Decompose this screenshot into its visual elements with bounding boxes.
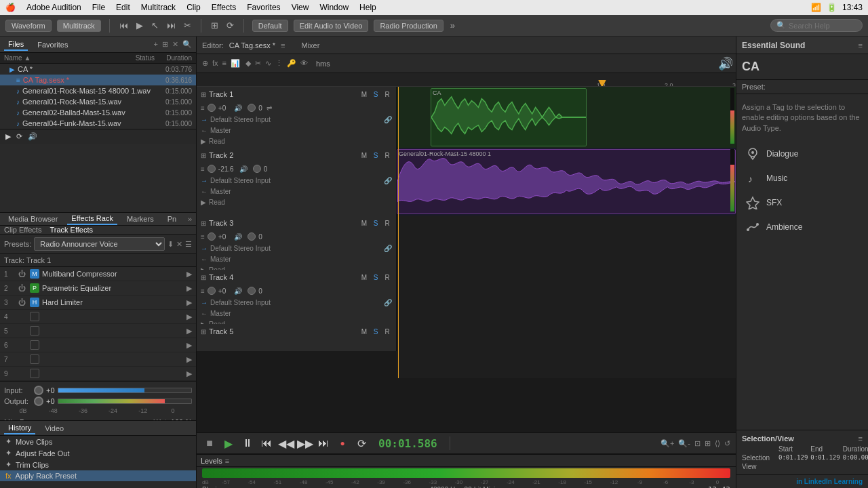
in-point-icon[interactable]: ⏭	[165, 19, 177, 32]
effect-expand-icon[interactable]: ▶	[186, 270, 192, 279]
effect-expand-icon[interactable]: ▶	[186, 312, 192, 321]
effect-expand-icon[interactable]: ▶	[186, 284, 192, 293]
history-tab[interactable]: History	[4, 422, 35, 434]
track-5-content[interactable]	[397, 324, 736, 378]
loop-region-icon[interactable]: ↺	[724, 439, 730, 448]
track-4-arm[interactable]: R	[382, 274, 392, 281]
menu-view[interactable]: View	[292, 3, 309, 12]
track-2-content[interactable]: General01-Rock-Mast-15 48000 1	[397, 148, 736, 216]
input-knob[interactable]	[34, 386, 43, 395]
list-item[interactable]: ♪ General04-Funk-Mast-15.wav 0:15.000	[0, 118, 196, 129]
list-item[interactable]: ♪ General02-Ballad-Mast-15.wav 0:15.000	[0, 107, 196, 118]
levels-menu-icon[interactable]: ≡	[225, 457, 229, 465]
effect-expand-icon[interactable]: ▶	[186, 298, 192, 307]
stop-button[interactable]: ■	[202, 437, 217, 449]
tl-marker-icon[interactable]: ◆	[245, 59, 251, 68]
menu-file[interactable]: File	[92, 3, 105, 12]
effect-expand-icon[interactable]: ▶	[186, 341, 192, 350]
track-4-solo[interactable]: S	[371, 274, 380, 281]
track-2-solo[interactable]: S	[371, 152, 380, 159]
track-5-solo[interactable]: S	[371, 328, 380, 336]
effect-item-6[interactable]: 6 ⏻ ▶	[0, 338, 196, 352]
effect-item-7[interactable]: 7 ⏻ ▶	[0, 352, 196, 367]
mini-loop-btn[interactable]: ⟳	[16, 132, 22, 141]
track-3-mute[interactable]: M	[359, 220, 369, 227]
track-3-content[interactable]	[397, 216, 736, 270]
razor-icon[interactable]: ✂	[182, 19, 193, 32]
loop-icon[interactable]: ⟳	[225, 19, 235, 32]
snap-icon[interactable]: ⊞	[210, 19, 220, 32]
import-icon[interactable]: ⊞	[162, 40, 168, 49]
track-3-pan-knob[interactable]	[248, 232, 256, 241]
loop-button[interactable]: ⟳	[354, 437, 369, 450]
track-1-mute[interactable]: M	[359, 91, 369, 98]
menu-effects[interactable]: Effects	[212, 3, 236, 12]
track-1-clip[interactable]: CA	[431, 88, 587, 146]
track-2-arm[interactable]: R	[382, 152, 392, 159]
track-4-vol-knob[interactable]	[208, 287, 216, 295]
mini-vol-btn[interactable]: 🔊	[28, 132, 37, 141]
tl-zoom-in-icon[interactable]: ⊕	[202, 59, 208, 68]
effect-item-1[interactable]: 1 ⏻ M Multiband Compressor ▶	[0, 267, 196, 281]
nudge-icon[interactable]: ⟨⟩	[715, 439, 720, 448]
effects-rack-tab[interactable]: Effects Rack	[67, 213, 117, 225]
effect-expand-icon[interactable]: ▶	[186, 355, 192, 364]
music-button[interactable]: ♪ Music	[736, 166, 868, 190]
effect-expand-icon[interactable]: ▶	[186, 327, 192, 336]
ambience-button[interactable]: Ambience	[736, 215, 868, 239]
track-3-arm[interactable]: R	[382, 220, 392, 227]
time-format[interactable]: hms	[311, 60, 336, 68]
menu-help[interactable]: Help	[359, 3, 376, 12]
track-1-content[interactable]: CA	[397, 87, 736, 148]
pn-tab[interactable]: Pn	[163, 214, 180, 224]
menu-clip[interactable]: Clip	[186, 3, 201, 12]
save-preset-icon[interactable]: ⬇	[167, 240, 174, 249]
effect-item-3[interactable]: 3 ⏻ H Hard Limiter ▶	[0, 296, 196, 310]
effect-item-5[interactable]: 5 ⏻ ▶	[0, 324, 196, 338]
output-knob[interactable]	[34, 396, 43, 406]
track-4-content[interactable]	[397, 270, 736, 324]
list-item[interactable]: fx Apply Rack Preset	[0, 470, 196, 481]
track-effects-tab[interactable]: Track Effects	[50, 226, 93, 234]
track-3-vol-knob[interactable]	[208, 232, 216, 241]
effect-item-2[interactable]: 2 ⏻ P Parametric Equalizer ▶	[0, 281, 196, 296]
apple-menu[interactable]: 🍎	[5, 3, 16, 12]
rewind-icon[interactable]: ⏮	[118, 19, 130, 32]
close-file-icon[interactable]: ✕	[172, 40, 178, 49]
tl-key-icon[interactable]: 🔑	[287, 59, 296, 68]
track-1-pan-knob[interactable]	[248, 104, 256, 112]
record-button[interactable]: ●	[335, 439, 350, 448]
radio-production-button[interactable]: Radio Production	[374, 20, 443, 32]
video-tab[interactable]: Video	[41, 423, 68, 434]
tl-vis-icon[interactable]: 👁	[300, 59, 308, 68]
menu-window[interactable]: Window	[319, 3, 349, 12]
menu-edit[interactable]: Edit	[116, 3, 130, 12]
track-4-pan-knob[interactable]	[248, 287, 256, 295]
skip-to-end-button[interactable]: ⏭	[316, 437, 331, 449]
tl-bars-icon[interactable]: ≡	[222, 59, 226, 68]
editor-menu-icon[interactable]: ≡	[281, 41, 285, 49]
mixer-button[interactable]: Mixer	[302, 41, 320, 49]
markers-tab[interactable]: Markers	[123, 214, 158, 224]
tl-levels-icon[interactable]: 📊	[231, 59, 240, 68]
search-input[interactable]	[789, 22, 856, 30]
skip-forward-button[interactable]: ▶▶	[297, 437, 312, 450]
media-browser-tab[interactable]: Media Browser	[4, 214, 62, 224]
multitrack-button[interactable]: Multitrack	[57, 20, 101, 32]
track-1-vol-knob[interactable]	[208, 104, 216, 112]
favorites-tab[interactable]: Favorites	[33, 39, 72, 50]
cursor-icon[interactable]: ↖	[150, 19, 160, 32]
default-workspace-button[interactable]: Default	[252, 20, 288, 32]
new-file-icon[interactable]: +	[154, 40, 158, 49]
skip-back-button[interactable]: ◀◀	[278, 437, 293, 450]
list-item[interactable]: ▶ CA * 0:03.776	[0, 64, 196, 75]
tl-scissors-icon[interactable]: ✂	[255, 59, 261, 68]
list-item[interactable]: ♪ General01-Rock-Mast-15.wav 0:15.000	[0, 96, 196, 107]
pause-button[interactable]: ⏸	[240, 437, 255, 449]
zoom-out-icon[interactable]: 🔍-	[678, 439, 690, 448]
track-5-arm[interactable]: R	[382, 328, 392, 336]
tl-envelope-icon[interactable]: ∿	[265, 59, 271, 68]
effect-power-btn[interactable]: ⏻	[16, 270, 27, 278]
selection-view-menu-icon[interactable]: ≡	[859, 434, 863, 443]
effect-power-btn[interactable]: ⏻	[16, 298, 27, 306]
